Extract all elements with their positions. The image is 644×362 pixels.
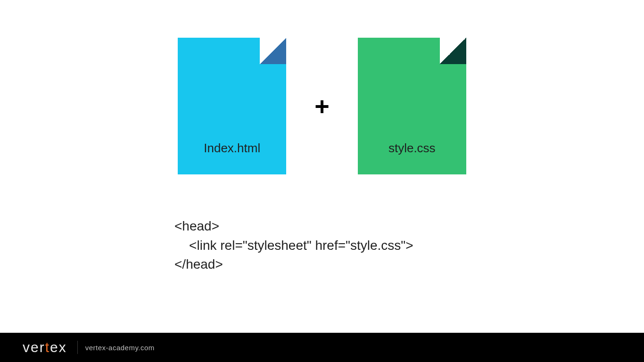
plus-icon: + — [314, 93, 330, 119]
code-line: </head> — [174, 257, 223, 272]
file-css-label: style.css — [388, 141, 436, 156]
file-html-icon: Index.html — [178, 38, 286, 174]
slide-canvas: Index.html + style.css <head> <link rel=… — [0, 0, 644, 362]
folded-corner-icon — [260, 38, 286, 64]
code-snippet: <head> <link rel="stylesheet" href="styl… — [174, 217, 413, 274]
folded-corner-icon — [440, 38, 466, 64]
footer-subtitle: vertex-academy.com — [77, 341, 155, 354]
files-row: Index.html + style.css — [0, 38, 644, 174]
file-html-label: Index.html — [204, 141, 260, 156]
logo-text-accent: t — [45, 339, 50, 355]
logo-text-pre: ver — [23, 339, 45, 355]
footer-bar: vertex vertex-academy.com — [0, 333, 644, 362]
code-line: <link rel="stylesheet" href="style.css"> — [174, 238, 413, 253]
vertex-logo: vertex — [23, 339, 67, 355]
logo-text-post: ex — [50, 339, 67, 355]
code-line: <head> — [174, 219, 219, 233]
file-css-icon: style.css — [358, 38, 466, 174]
